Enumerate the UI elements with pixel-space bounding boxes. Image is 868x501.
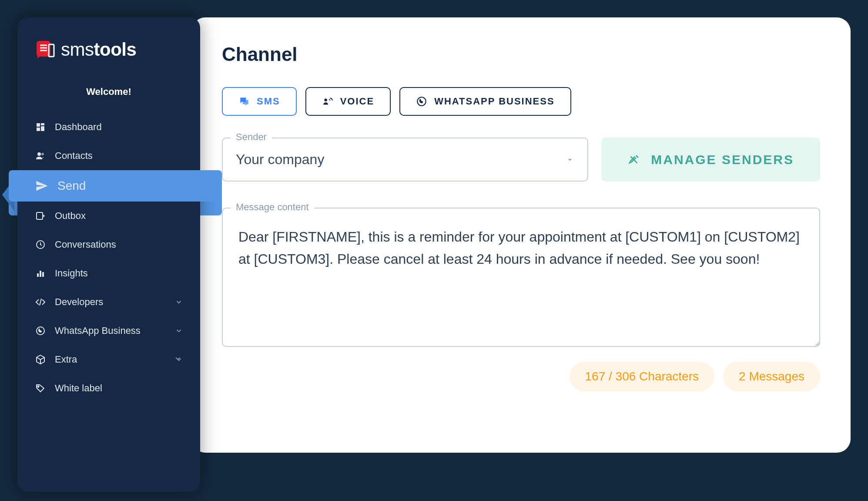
sidebar-item-label: Dashboard [55,121,102,133]
sidebar-item-conversations[interactable]: Conversations [17,230,200,259]
svg-rect-11 [37,212,43,219]
tab-voice[interactable]: VOICE [305,87,391,116]
box-icon [35,354,46,365]
message-stats: 167 / 306 Characters 2 Messages [222,362,820,391]
logo-text: smstools [61,39,136,60]
voice-icon [322,96,333,107]
welcome-text: Welcome! [17,73,200,113]
logo: smstools [17,35,200,73]
sender-field: Sender Your company [222,138,588,182]
chevron-down-icon [175,327,183,335]
message-field: Message content [222,208,820,349]
svg-rect-5 [37,123,40,127]
svg-rect-0 [37,42,50,56]
whatsapp-icon [35,325,46,336]
chat-icon [238,96,250,107]
sidebar-item-developers[interactable]: Developers [17,288,200,316]
dropdown-icon [566,155,574,164]
sidebar-item-dashboard[interactable]: Dashboard [17,113,200,141]
sidebar-item-label: Send [57,179,86,193]
svg-rect-14 [40,271,41,277]
sidebar-item-whitelabel[interactable]: White label [17,374,200,403]
tab-whatsapp[interactable]: WHATSAPP BUSINESS [399,87,571,116]
svg-point-10 [41,153,44,155]
sidebar-item-label: Insights [55,268,88,279]
svg-point-9 [37,152,41,156]
chevron-down-icon [175,298,183,306]
svg-rect-6 [41,123,44,125]
chevron-down-icon [175,356,183,363]
logo-icon [35,39,56,60]
sidebar-item-label: Developers [55,296,103,308]
sidebar-item-label: Extra [55,354,77,365]
sender-select[interactable]: Your company [222,138,588,182]
dashboard-icon [35,121,46,133]
code-icon [35,296,46,308]
tag-icon [35,383,46,394]
whatsapp-icon [416,96,427,107]
sidebar-nav: Dashboard Contacts Send Outbox [17,113,200,403]
sidebar-item-contacts[interactable]: Contacts [17,141,200,170]
svg-point-18 [324,99,327,102]
svg-rect-7 [41,126,44,131]
outbox-icon [35,210,46,222]
sidebar-item-send[interactable]: Send [9,170,222,202]
history-icon [35,239,46,250]
sidebar-item-extra[interactable]: Extra [17,345,200,374]
sidebar-item-whatsapp[interactable]: WhatsApp Business [17,316,200,345]
insights-icon [35,268,46,279]
svg-rect-15 [42,272,44,277]
sidebar: smstools Welcome! Dashboard Contacts [17,17,200,492]
page-title: Channel [222,44,820,65]
sidebar-item-label: WhatsApp Business [55,325,141,336]
tools-icon [627,153,640,166]
main-content: Channel SMS VOICE WHATSAPP BUSINESS [191,17,851,453]
sidebar-item-label: White label [55,383,102,394]
sidebar-item-label: Contacts [55,150,93,161]
message-textarea[interactable] [222,208,820,347]
svg-point-17 [38,386,39,387]
sender-value: Your company [236,151,324,168]
sidebar-item-label: Conversations [55,239,116,250]
sidebar-item-outbox[interactable]: Outbox [17,202,200,230]
tab-label: SMS [257,96,280,107]
tab-label: VOICE [340,96,374,107]
manage-senders-button[interactable]: MANAGE SENDERS [601,138,820,182]
channel-tabs: SMS VOICE WHATSAPP BUSINESS [222,87,820,116]
svg-rect-13 [37,273,39,277]
manage-senders-label: MANAGE SENDERS [651,152,794,167]
svg-rect-8 [37,128,40,131]
contacts-icon [35,150,46,161]
character-count: 167 / 306 Characters [570,362,715,391]
send-icon [35,179,49,193]
message-label: Message content [231,202,314,213]
sidebar-item-label: Outbox [55,210,86,222]
message-count: 2 Messages [723,362,820,391]
tab-sms[interactable]: SMS [222,87,297,116]
tab-label: WHATSAPP BUSINESS [434,96,554,107]
sender-label: Sender [231,131,272,143]
sidebar-item-insights[interactable]: Insights [17,259,200,288]
